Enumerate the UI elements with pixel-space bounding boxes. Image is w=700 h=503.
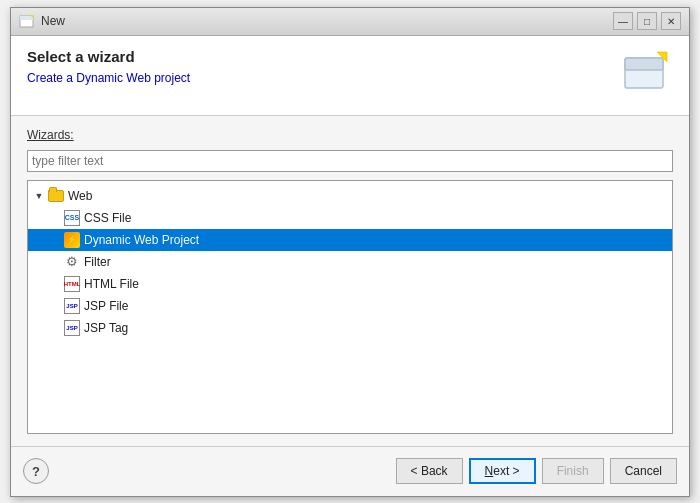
finish-button[interactable]: Finish: [542, 458, 604, 484]
content-area: Wizards: ▼ Web CSS CSS F: [11, 116, 689, 446]
item-label-jsp: JSP File: [84, 299, 128, 313]
wizards-label: Wizards:: [27, 128, 673, 142]
cancel-label: Cancel: [625, 464, 662, 478]
tree-list[interactable]: ▼ Web CSS CSS File: [28, 181, 672, 433]
help-button[interactable]: ?: [23, 458, 49, 484]
spacer-arrow: [48, 321, 62, 335]
tree-group-web[interactable]: ▼ Web: [28, 185, 672, 207]
item-label-html: HTML File: [84, 277, 139, 291]
finish-label: Finish: [557, 464, 589, 478]
filter-icon: ⚙: [64, 254, 80, 270]
spacer-arrow: [48, 255, 62, 269]
jsp-file-icon: JSP: [64, 298, 80, 314]
next-button[interactable]: Next >: [469, 458, 536, 484]
new-wizard-window: New — □ ✕ Select a wizard Create a Dynam…: [10, 7, 690, 497]
expand-arrow-web: ▼: [32, 189, 46, 203]
back-label: < Back: [411, 464, 448, 478]
filter-input[interactable]: [27, 150, 673, 172]
spacer-arrow: [48, 211, 62, 225]
list-item[interactable]: JSP JSP File: [28, 295, 672, 317]
list-item[interactable]: JSP JSP Tag: [28, 317, 672, 339]
close-button[interactable]: ✕: [661, 12, 681, 30]
dynamic-web-project-icon: ⚡: [64, 232, 80, 248]
header-section: Select a wizard Create a Dynamic Web pro…: [11, 36, 689, 116]
tree-container: ▼ Web CSS CSS File: [27, 180, 673, 434]
item-label-filter: Filter: [84, 255, 111, 269]
cancel-button[interactable]: Cancel: [610, 458, 677, 484]
spacer-arrow: [48, 233, 62, 247]
back-button[interactable]: < Back: [396, 458, 463, 484]
title-bar: New — □ ✕: [11, 8, 689, 36]
spacer-arrow: [48, 299, 62, 313]
wizard-subtitle: Create a Dynamic Web project: [27, 71, 190, 85]
svg-rect-4: [625, 58, 663, 70]
spacer-arrow: [48, 277, 62, 291]
css-file-icon: CSS: [64, 210, 80, 226]
maximize-button[interactable]: □: [637, 12, 657, 30]
group-label-web: Web: [68, 189, 92, 203]
item-label-dynamic-web: Dynamic Web Project: [84, 233, 199, 247]
item-label-css: CSS File: [84, 211, 131, 225]
wizard-title: Select a wizard: [27, 48, 190, 65]
list-item[interactable]: CSS CSS File: [28, 207, 672, 229]
folder-icon-web: [48, 188, 64, 204]
window-title: New: [41, 14, 607, 28]
svg-rect-1: [20, 16, 33, 20]
next-label: Next >: [485, 464, 520, 478]
bottom-bar: ? < Back Next > Finish Cancel: [11, 446, 689, 496]
jsp-tag-icon: JSP: [64, 320, 80, 336]
item-label-jsp-tag: JSP Tag: [84, 321, 128, 335]
minimize-button[interactable]: —: [613, 12, 633, 30]
html-file-icon: HTML: [64, 276, 80, 292]
list-item[interactable]: ⚡ Dynamic Web Project: [28, 229, 672, 251]
header-text: Select a wizard Create a Dynamic Web pro…: [27, 48, 190, 85]
wizard-header-icon: [621, 48, 673, 100]
list-item[interactable]: HTML HTML File: [28, 273, 672, 295]
window-icon: [19, 13, 35, 29]
list-item[interactable]: ⚙ Filter: [28, 251, 672, 273]
window-controls: — □ ✕: [613, 12, 681, 30]
